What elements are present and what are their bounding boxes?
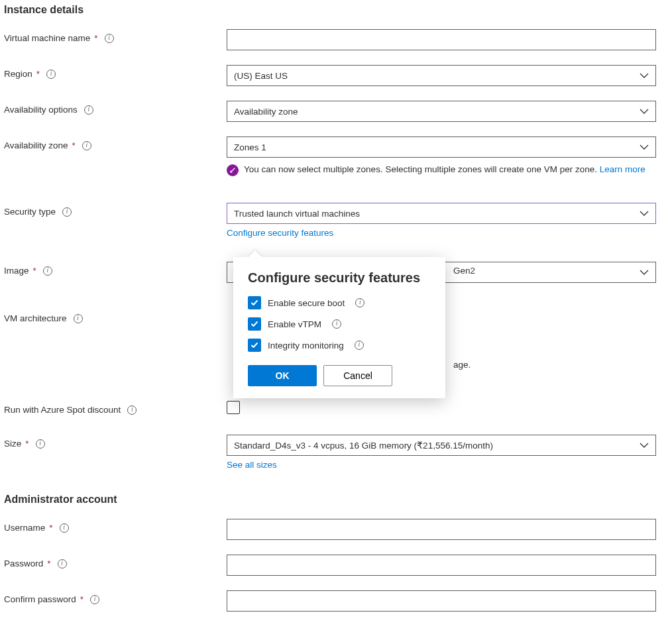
cancel-button[interactable]: Cancel [323, 365, 392, 386]
availability-options-select[interactable]: Availability zone [227, 101, 656, 122]
region-select[interactable]: (US) East US [227, 65, 656, 86]
label-text: Region [4, 69, 32, 79]
label-vm-name: Virtual machine name * i [4, 29, 227, 43]
availability-zone-select[interactable]: Zones 1 [227, 136, 656, 158]
info-icon[interactable]: i [43, 266, 52, 276]
label-confirm-password: Confirm password * i [4, 590, 227, 604]
chevron-down-icon [640, 441, 649, 450]
arch-message-fragment: age. [453, 360, 471, 370]
info-icon[interactable]: i [74, 314, 83, 323]
confirm-password-input[interactable] [227, 590, 656, 612]
popover-title: Configure security features [248, 270, 431, 286]
section-admin-account: Administrator account [4, 494, 664, 506]
label-region: Region * i [4, 65, 227, 79]
label-text: Image [4, 266, 29, 276]
spot-discount-checkbox[interactable] [227, 401, 240, 414]
label-vm-architecture: VM architecture i [4, 309, 227, 323]
label-text: Security type [4, 207, 56, 217]
required-asterisk: * [47, 559, 50, 568]
label-text: Confirm password [4, 594, 76, 604]
select-value: Zones 1 [234, 142, 266, 152]
select-value: (US) East US [234, 71, 288, 81]
secure-boot-checkbox[interactable] [248, 296, 261, 309]
chevron-down-icon [640, 142, 649, 152]
label-text: VM architecture [4, 313, 67, 323]
required-asterisk: * [25, 439, 28, 449]
vtpm-label: Enable vTPM [268, 319, 321, 329]
info-icon[interactable]: i [332, 319, 341, 329]
label-text: Virtual machine name [4, 33, 90, 43]
configure-security-link[interactable]: Configure security features [227, 228, 656, 238]
required-asterisk: * [49, 523, 52, 533]
zone-hint-text: You can now select multiple zones. Selec… [244, 163, 645, 176]
rocket-icon [227, 164, 239, 176]
info-icon[interactable]: i [46, 70, 56, 79]
username-input[interactable] [227, 519, 656, 540]
image-value-fragment: Gen2 [453, 266, 475, 276]
info-icon[interactable]: i [127, 405, 137, 415]
label-availability-zone: Availability zone * i [4, 136, 227, 150]
chevron-down-icon [640, 71, 649, 80]
hint-text: You can now select multiple zones. Selec… [244, 164, 600, 174]
info-icon[interactable]: i [355, 341, 364, 350]
required-asterisk: * [94, 33, 97, 43]
label-text: Username [4, 523, 45, 533]
info-icon[interactable]: i [82, 141, 91, 150]
label-text: Availability options [4, 105, 78, 115]
security-features-popover: Configure security features Enable secur… [233, 257, 445, 398]
label-username: Username * i [4, 519, 227, 533]
select-value: Standard_D4s_v3 - 4 vcpus, 16 GiB memory… [234, 440, 493, 451]
info-icon[interactable]: i [84, 105, 93, 115]
required-asterisk: * [72, 140, 76, 150]
chevron-down-icon [640, 268, 649, 277]
zone-hint: You can now select multiple zones. Selec… [227, 163, 656, 176]
secure-boot-label: Enable secure boot [268, 298, 345, 308]
password-input[interactable] [227, 555, 656, 576]
info-icon[interactable]: i [62, 207, 72, 217]
info-icon[interactable]: i [36, 439, 45, 449]
vtpm-checkbox[interactable] [248, 317, 261, 331]
label-availability-options: Availability options i [4, 101, 227, 115]
select-value: Availability zone [234, 107, 298, 117]
size-select[interactable]: Standard_D4s_v3 - 4 vcpus, 16 GiB memory… [227, 435, 656, 456]
label-text: Size [4, 439, 21, 449]
security-type-select[interactable]: Trusted launch virtual machines [227, 203, 656, 224]
integrity-monitoring-label: Integrity monitoring [268, 341, 344, 350]
label-spot-discount: Run with Azure Spot discount i [4, 401, 227, 415]
chevron-down-icon [640, 107, 649, 116]
ok-button[interactable]: OK [248, 365, 317, 386]
integrity-monitoring-checkbox[interactable] [248, 339, 261, 352]
label-text: Availability zone [4, 140, 68, 150]
info-icon[interactable]: i [58, 559, 67, 568]
required-asterisk: * [36, 69, 40, 79]
label-image: Image * i [4, 262, 227, 276]
label-security-type: Security type i [4, 203, 227, 217]
label-password: Password * i [4, 555, 227, 568]
label-text: Password [4, 559, 43, 568]
label-size: Size * i [4, 435, 227, 449]
learn-more-link[interactable]: Learn more [600, 164, 645, 174]
required-asterisk: * [80, 594, 84, 604]
vm-name-input[interactable] [227, 29, 656, 50]
select-value: Trusted launch virtual machines [234, 209, 360, 219]
info-icon[interactable]: i [105, 34, 114, 43]
required-asterisk: * [33, 266, 36, 276]
info-icon[interactable]: i [90, 595, 99, 604]
info-icon[interactable]: i [60, 523, 69, 533]
chevron-down-icon [640, 209, 649, 218]
info-icon[interactable]: i [355, 298, 364, 307]
section-instance-details: Instance details [4, 4, 664, 16]
see-all-sizes-link[interactable]: See all sizes [227, 460, 656, 470]
label-text: Run with Azure Spot discount [4, 405, 121, 415]
